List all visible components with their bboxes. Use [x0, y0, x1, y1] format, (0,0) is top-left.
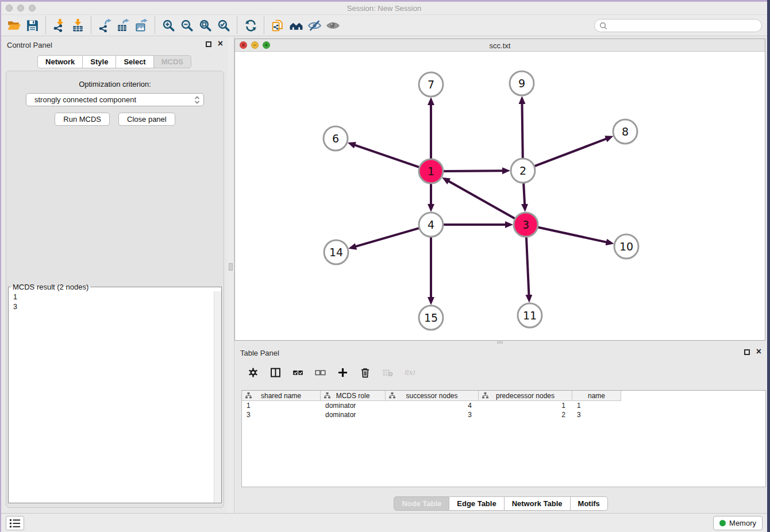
run-mcds-button[interactable]: Run MCDS — [55, 113, 110, 126]
horizontal-splitter[interactable] — [234, 341, 765, 344]
cell-mcds_role: dominator — [321, 401, 386, 410]
splitter-grip[interactable] — [497, 341, 503, 344]
node-7[interactable]: 7 — [419, 72, 443, 97]
tab-edge-table[interactable]: Edge Table — [449, 496, 504, 511]
edge-1-6[interactable] — [355, 145, 421, 167]
hide-view-button[interactable] — [305, 16, 324, 34]
toolbar-separator — [264, 17, 264, 34]
clone-network-button[interactable] — [268, 16, 287, 34]
column-type-icon — [245, 392, 252, 399]
search-input[interactable] — [607, 21, 757, 30]
result-scrollbar[interactable] — [214, 291, 221, 503]
edge-3-11[interactable] — [526, 236, 529, 295]
svg-text:f(x): f(x) — [404, 369, 415, 376]
edge-2-3[interactable] — [523, 182, 525, 205]
node-15[interactable]: 15 — [419, 306, 443, 330]
close-table-panel-icon[interactable]: × — [756, 346, 761, 357]
close-panel-button[interactable]: Close panel — [118, 113, 175, 126]
zoom-in-button[interactable] — [159, 16, 178, 34]
node-6[interactable]: 6 — [324, 126, 348, 151]
table-row[interactable]: 3dominator323 — [242, 410, 765, 419]
table-row[interactable]: 1dominator411 — [242, 401, 765, 410]
edge-2-8[interactable] — [533, 139, 607, 167]
edge-4-14[interactable] — [356, 228, 421, 246]
tab-network[interactable]: Network — [37, 55, 83, 68]
edge-3-10[interactable] — [537, 227, 607, 242]
memory-status-icon — [719, 520, 726, 526]
column-header-successor_nodes[interactable]: successor nodes — [386, 391, 479, 401]
node-table-body: 1dominator4113dominator323 — [242, 401, 765, 419]
node-8[interactable]: 8 — [613, 119, 637, 144]
toolbar-separator — [91, 17, 91, 34]
task-history-button[interactable] — [6, 516, 24, 530]
export-network-button[interactable] — [95, 16, 114, 34]
cell-name: 1 — [572, 401, 621, 410]
zoom-out-button[interactable] — [178, 16, 196, 34]
deselect-all-icon — [314, 367, 326, 379]
show-view-button[interactable] — [324, 16, 342, 34]
edge-2-9[interactable] — [522, 103, 523, 160]
zoom-fit-button[interactable] — [196, 16, 214, 34]
column-header-predecessor_nodes[interactable]: predecessor nodes — [479, 391, 572, 401]
export-image-button[interactable] — [132, 16, 151, 34]
save-session-button[interactable] — [23, 16, 41, 34]
tab-style[interactable]: Style — [83, 55, 116, 68]
svg-text:3: 3 — [522, 218, 529, 231]
memory-button[interactable]: Memory — [713, 516, 763, 530]
node-11[interactable]: 11 — [518, 303, 542, 327]
select-all-button[interactable] — [291, 366, 304, 379]
edge-1-2[interactable] — [442, 171, 503, 171]
svg-text:11: 11 — [523, 309, 537, 322]
deselect-all-button[interactable] — [314, 366, 326, 379]
network-view-title: scc.txt — [235, 41, 765, 50]
svg-text:15: 15 — [424, 311, 438, 324]
refresh-button[interactable] — [241, 16, 260, 34]
table-settings-button[interactable] — [247, 366, 259, 379]
column-header-name[interactable]: name — [572, 391, 621, 401]
node-14[interactable]: 14 — [324, 240, 348, 264]
node-1[interactable]: 1 — [419, 159, 443, 183]
float-panel-icon[interactable] — [206, 41, 211, 47]
node-10[interactable]: 10 — [614, 234, 638, 259]
tab-network-table[interactable]: Network Table — [505, 496, 571, 511]
houses-icon — [289, 18, 303, 33]
criterion-select[interactable]: strongly connected component — [26, 93, 204, 106]
panel-splitter[interactable] — [228, 37, 234, 513]
import-network-button[interactable] — [50, 16, 68, 34]
apply-function-button[interactable]: f(x) — [403, 366, 416, 379]
column-type-icon — [389, 392, 395, 399]
control-panel-tabs: NetworkStyleSelectMCDS — [1, 55, 228, 68]
open-session-button[interactable] — [5, 16, 23, 34]
tab-mcds[interactable]: MCDS — [154, 55, 191, 68]
edge-3-1[interactable] — [449, 181, 517, 219]
table-tabs: Node TableEdge TableNetwork TableMotifs — [234, 496, 767, 511]
import-network-icon — [52, 18, 67, 33]
tab-select[interactable]: Select — [116, 55, 153, 68]
column-header-mcds_role[interactable]: MCDS role — [321, 391, 386, 401]
delete-column-button[interactable] — [359, 366, 371, 379]
zoom-selected-button[interactable] — [214, 16, 233, 34]
tab-motifs[interactable]: Motifs — [571, 496, 608, 511]
tab-node-table[interactable]: Node Table — [394, 496, 449, 511]
splitter-grip[interactable] — [229, 263, 233, 271]
node-table: shared name MCDS role successor nodes pr… — [241, 390, 766, 487]
close-panel-icon[interactable]: × — [218, 38, 223, 49]
delete-table-button[interactable] — [381, 366, 394, 379]
node-3[interactable]: 3 — [514, 213, 538, 237]
export-table-button[interactable] — [114, 16, 132, 34]
import-table-button[interactable] — [68, 16, 87, 34]
network-graph[interactable]: 1234678910111415 — [235, 52, 765, 340]
node-2[interactable]: 2 — [511, 159, 535, 183]
svg-text:9: 9 — [518, 77, 525, 90]
show-columns-button[interactable] — [269, 366, 282, 379]
toolbar-separator — [45, 17, 46, 34]
houses-button[interactable] — [287, 16, 305, 34]
node-9[interactable]: 9 — [510, 71, 534, 95]
column-type-icon — [482, 392, 488, 399]
add-column-button[interactable] — [336, 366, 349, 379]
cell-successor_nodes: 4 — [386, 401, 479, 410]
float-table-panel-icon[interactable] — [744, 349, 750, 355]
node-4[interactable]: 4 — [419, 213, 443, 237]
column-header-shared_name[interactable]: shared name — [242, 391, 321, 401]
toolbar-separator — [155, 17, 155, 34]
